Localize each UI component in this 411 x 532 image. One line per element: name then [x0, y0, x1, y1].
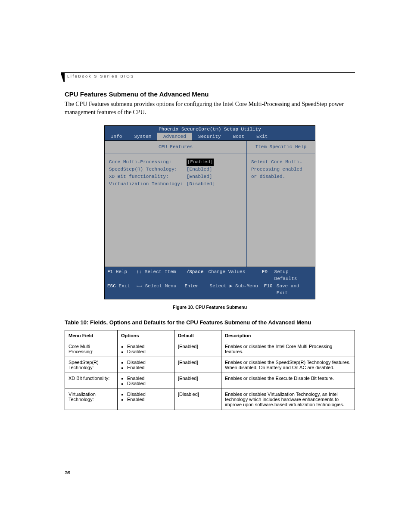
- cell-description: Enables or disables Virtualization Techn…: [221, 389, 355, 410]
- section-heading: CPU Features Submenu of the Advanced Men…: [65, 90, 355, 98]
- bios-setting-label: SpeedStep(R) Technology:: [109, 166, 187, 173]
- cell-default: [Disabled]: [174, 389, 221, 410]
- bios-key: ESC: [107, 283, 116, 289]
- bios-menu-exit[interactable]: Exit: [250, 133, 274, 140]
- bios-key: F1: [107, 269, 113, 274]
- table-row: SpeedStep(R) Technology:DisabledEnabled[…: [65, 357, 355, 373]
- bios-left-pane: CPU Features Core Multi-Processing:[Enab…: [105, 141, 247, 267]
- option-item: Disabled: [127, 392, 171, 397]
- bios-setting-row[interactable]: Core Multi-Processing:[Enabled]: [109, 159, 242, 166]
- options-table: Menu Field Options Default Description C…: [65, 330, 355, 410]
- bios-help-text: Select Core Multi-Processing enabled or …: [247, 153, 315, 186]
- bios-menu-security[interactable]: Security: [192, 133, 227, 140]
- bios-settings-list: Core Multi-Processing:[Enabled]SpeedStep…: [105, 153, 246, 193]
- table-row: XD Bit functionality:EnabledDisabled[Ena…: [65, 373, 355, 389]
- bios-setting-value[interactable]: [Disabled]: [187, 180, 215, 188]
- cell-options: EnabledDisabled: [118, 373, 174, 389]
- cell-description: Enables or disables the Execute Disable …: [221, 373, 355, 389]
- bios-setting-label: Virtualization Technology:: [109, 180, 187, 188]
- bios-setting-value[interactable]: [Enabled]: [187, 159, 214, 166]
- cell-description: Enables or disables the Intel Core Multi…: [221, 341, 355, 357]
- bios-setting-label: Core Multi-Processing:: [109, 159, 187, 166]
- table-row: Virtualization Technology:DisabledEnable…: [65, 389, 355, 410]
- option-item: Disabled: [127, 381, 171, 386]
- cell-options: EnabledDisabled: [118, 341, 174, 357]
- option-item: Enabled: [127, 344, 171, 349]
- cell-default: [Enabled]: [174, 341, 221, 357]
- th-menu-field: Menu Field: [65, 330, 118, 341]
- bios-setting-value[interactable]: [Enabled]: [187, 173, 212, 180]
- running-head-text: LifeBook S Series BIOS: [65, 74, 355, 78]
- cell-menu-field: Core Multi-Processing:: [65, 341, 118, 357]
- option-item: Enabled: [127, 397, 171, 402]
- bios-setting-row[interactable]: Virtualization Technology:[Disabled]: [109, 180, 242, 188]
- page-number: 16: [65, 470, 70, 475]
- bios-title: Phoenix SecureCore(tm) Setup Utility: [104, 125, 315, 133]
- cell-description: Enables or disables the SpeedStep(R) Tec…: [221, 357, 355, 373]
- bios-menu-advanced[interactable]: Advanced: [157, 133, 192, 140]
- bios-key: Enter: [184, 283, 199, 289]
- bios-menu-boot[interactable]: Boot: [227, 133, 250, 140]
- option-item: Disabled: [127, 360, 171, 365]
- option-item: Disabled: [127, 349, 171, 354]
- bios-help-heading: Item Specific Help: [247, 141, 315, 153]
- bios-menubar: InfoSystemAdvancedSecurityBootExit: [104, 133, 315, 140]
- option-item: Enabled: [127, 365, 171, 370]
- bios-menu-system[interactable]: System: [128, 133, 157, 140]
- bios-footer: F1 Help ↑↓ Select Item -/Space Change Va…: [104, 267, 315, 299]
- cell-menu-field: XD Bit functionality:: [65, 373, 118, 389]
- bios-key: ↑↓: [136, 269, 142, 274]
- cell-menu-field: Virtualization Technology:: [65, 389, 118, 410]
- bios-setting-label: XD Bit functionality:: [109, 173, 187, 180]
- cell-options: DisabledEnabled: [118, 389, 174, 410]
- bios-help-pane: Item Specific Help Select Core Multi-Pro…: [247, 141, 315, 267]
- bios-setting-row[interactable]: SpeedStep(R) Technology:[Enabled]: [109, 166, 242, 173]
- intro-paragraph: The CPU Features submenu provides option…: [65, 100, 355, 117]
- bios-setting-row[interactable]: XD Bit functionality:[Enabled]: [109, 173, 242, 180]
- bios-left-heading: CPU Features: [105, 141, 246, 153]
- running-head: LifeBook S Series BIOS: [65, 72, 355, 78]
- table-row: Core Multi-Processing:EnabledDisabled[En…: [65, 341, 355, 357]
- cell-default: [Enabled]: [174, 373, 221, 389]
- bios-key: -/Space: [184, 269, 203, 274]
- table-title: Table 10: Fields, Options and Defaults f…: [65, 319, 355, 326]
- bios-key: ←→: [137, 283, 142, 289]
- bios-key: F10: [264, 283, 273, 289]
- bios-setting-value[interactable]: [Enabled]: [187, 166, 212, 173]
- figure-caption: Figure 10. CPU Features Submenu: [65, 305, 355, 310]
- bios-screenshot: Phoenix SecureCore(tm) Setup Utility Inf…: [104, 125, 315, 299]
- th-description: Description: [221, 330, 355, 341]
- th-default: Default: [174, 330, 221, 341]
- cell-default: [Enabled]: [174, 357, 221, 373]
- option-item: Enabled: [127, 376, 171, 381]
- cell-menu-field: SpeedStep(R) Technology:: [65, 357, 118, 373]
- bios-menu-info[interactable]: Info: [105, 133, 128, 140]
- bios-key: F9: [262, 269, 268, 274]
- cell-options: DisabledEnabled: [118, 357, 174, 373]
- th-options: Options: [118, 330, 174, 341]
